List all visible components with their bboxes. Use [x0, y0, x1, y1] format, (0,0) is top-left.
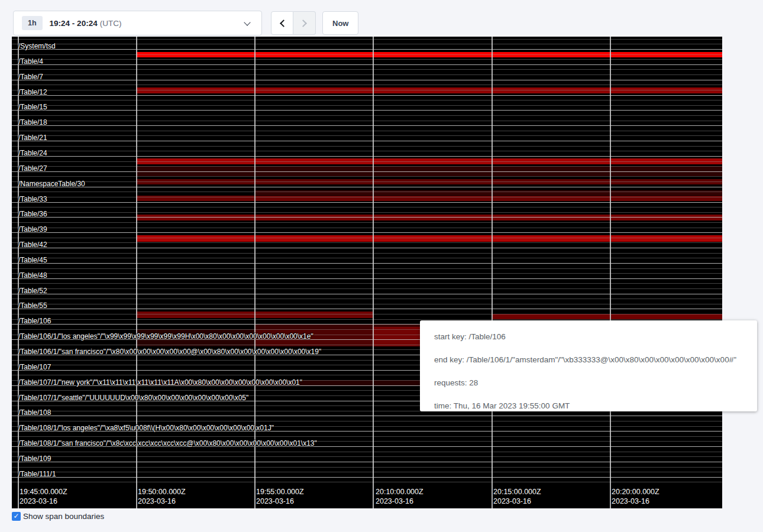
span-boundary-line — [12, 314, 722, 314]
span-boundary-line — [12, 416, 722, 416]
x-axis-label: 19:45:00.000Z2023-03-16 — [20, 487, 67, 506]
span-boundary-line — [12, 242, 722, 243]
tooltip-start-key: start key: /Table/106 — [434, 332, 743, 341]
x-axis-time: 20:15:00.000Z — [493, 487, 541, 497]
show-span-boundaries-checkbox[interactable]: ✓ — [12, 512, 21, 521]
span-boundary-line — [12, 248, 722, 248]
span-boundary-line — [12, 202, 722, 203]
span-boundary-line — [12, 176, 722, 177]
heat-band[interactable] — [136, 87, 722, 93]
row-label: /Table/107/1/"seattle"/"UUUUUUD\x00\x80\… — [18, 394, 248, 403]
span-boundary-line — [12, 278, 722, 279]
x-axis-date: 2023-03-16 — [493, 497, 541, 506]
heatmap-canvas[interactable]: /System/tsd/Table/4/Table/7/Table/12/Tab… — [12, 37, 722, 508]
row-label: /Table/15 — [18, 103, 47, 112]
span-boundary-line — [12, 207, 722, 207]
span-boundary-line — [12, 228, 722, 228]
span-boundary-line — [12, 319, 722, 320]
row-label: /Table/33 — [18, 195, 47, 204]
heat-band[interactable] — [254, 190, 722, 195]
x-axis-time: 19:45:00.000Z — [20, 487, 67, 497]
row-label: /Table/109 — [18, 455, 51, 463]
time-range-text: 19:24 - 20:24 — [50, 19, 98, 28]
time-range-timezone: (UTC) — [100, 19, 122, 28]
span-boundary-line — [12, 151, 722, 151]
footer: ✓ Show span boundaries — [12, 512, 104, 521]
x-axis-label: 19:55:00.000Z2023-03-16 — [256, 487, 304, 506]
span-boundary-line — [12, 472, 722, 472]
span-boundary-line — [12, 161, 722, 162]
span-boundary-line — [12, 156, 722, 157]
span-boundary-line — [12, 482, 722, 482]
tooltip-end-key: end key: /Table/106/1/"amsterdam"/"\xb33… — [434, 355, 743, 364]
span-boundary-line — [12, 141, 722, 141]
span-boundary-line — [12, 110, 722, 111]
row-label: /Table/111/1 — [18, 470, 56, 479]
span-boundary-line — [12, 64, 722, 65]
span-boundary-line — [12, 268, 722, 269]
span-boundary-line — [12, 74, 722, 75]
heat-band[interactable] — [136, 235, 722, 242]
span-boundary-line — [12, 436, 722, 437]
span-boundary-line — [12, 288, 722, 289]
x-axis-time: 19:50:00.000Z — [138, 487, 186, 497]
row-label: /Table/42 — [18, 241, 47, 249]
span-boundary-line — [12, 299, 722, 299]
x-axis-date: 2023-03-16 — [20, 497, 67, 506]
span-boundary-line — [12, 69, 722, 70]
tooltip-time: time: Thu, 16 Mar 2023 19:55:00 GMT — [434, 401, 743, 410]
row-label: /Table/48 — [18, 271, 47, 280]
span-boundary-line — [12, 467, 722, 468]
toolbar: 1h 19:24 - 20:24 (UTC) Now — [0, 0, 763, 37]
row-label: /Table/36 — [18, 210, 47, 219]
span-boundary-line — [12, 456, 722, 457]
now-button[interactable]: Now — [322, 11, 358, 35]
span-boundary-line — [12, 59, 722, 60]
span-boundary-line — [12, 80, 722, 80]
span-boundary-line — [12, 90, 722, 90]
row-label: /Table/45 — [18, 256, 47, 265]
row-label: /Table/18 — [18, 118, 47, 127]
x-axis-time: 19:55:00.000Z — [256, 487, 304, 497]
show-span-boundaries-label[interactable]: Show span boundaries — [23, 512, 104, 521]
span-boundary-line — [12, 166, 722, 167]
next-interval-button[interactable] — [293, 11, 316, 35]
span-boundary-line — [12, 294, 722, 294]
span-boundary-line — [12, 462, 722, 462]
x-axis-label: 20:10:00.000Z2023-03-16 — [376, 487, 423, 506]
time-gridline — [254, 37, 256, 508]
span-boundary-line — [12, 181, 722, 182]
span-boundary-line — [12, 146, 722, 147]
x-axis-label: 20:15:00.000Z2023-03-16 — [493, 487, 541, 506]
previous-interval-button[interactable] — [271, 11, 293, 35]
x-axis-label: 19:50:00.000Z2023-03-16 — [138, 487, 186, 506]
tooltip-requests: requests: 28 — [434, 378, 743, 387]
row-label: /Table/106/1/"los angeles"/"\x99\x99\x99… — [18, 332, 313, 341]
row-label: /Table/55 — [18, 301, 47, 310]
span-boundary-line — [12, 192, 722, 192]
span-boundary-line — [12, 253, 722, 254]
row-label: /Table/7 — [18, 73, 43, 82]
span-boundary-line — [12, 304, 722, 304]
x-axis-date: 2023-03-16 — [138, 497, 186, 506]
time-range-selector[interactable]: 1h 19:24 - 20:24 (UTC) — [13, 11, 262, 35]
span-boundary-line — [12, 263, 722, 264]
span-boundary-line — [12, 105, 722, 106]
span-boundary-line — [12, 217, 722, 218]
span-boundary-line — [12, 197, 722, 197]
span-boundary-line — [12, 283, 722, 284]
row-label: /Table/12 — [18, 88, 47, 97]
row-label: /Table/27 — [18, 164, 47, 173]
row-label: /Table/106 — [18, 317, 51, 326]
time-gridline — [373, 37, 374, 508]
heat-band[interactable] — [492, 314, 722, 319]
row-label: /Table/24 — [18, 149, 47, 158]
x-axis-date: 2023-03-16 — [612, 497, 659, 506]
span-boundary-line — [12, 222, 722, 223]
row-label: /Table/4 — [18, 57, 43, 66]
time-nav-group — [271, 11, 316, 35]
span-boundary-line — [12, 85, 722, 85]
span-boundary-line — [12, 100, 722, 100]
row-label: /System/tsd — [18, 42, 56, 51]
chevron-left-icon — [280, 20, 287, 27]
